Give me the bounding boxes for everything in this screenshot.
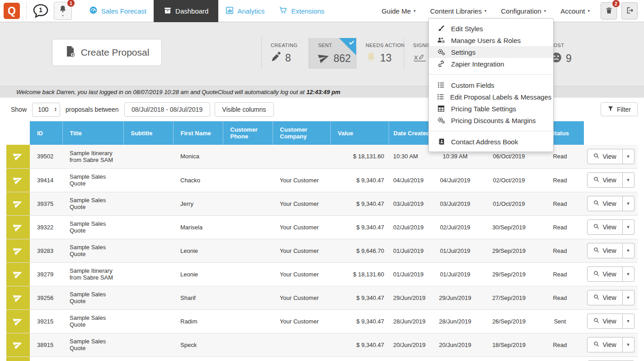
chevron-down-icon: ▾ xyxy=(414,9,416,13)
menu-item-edit-styles[interactable]: Edit Styles xyxy=(429,23,553,34)
table-icon xyxy=(437,105,445,112)
link-icon xyxy=(437,60,445,67)
paper-plane-icon xyxy=(13,250,23,256)
view-dropdown-toggle[interactable]: ▼ xyxy=(623,266,635,282)
view-dropdown-toggle[interactable]: ▼ xyxy=(623,149,635,164)
menu-item-pricing-table-settings[interactable]: Pricing Table Settings xyxy=(429,103,553,114)
nav-dashboard[interactable]: Dashboard xyxy=(154,0,218,22)
archive-icon xyxy=(164,6,172,16)
cell-id: 39279 xyxy=(30,262,62,286)
cell-customer-phone xyxy=(223,168,273,192)
view-button[interactable]: View xyxy=(587,149,622,164)
nav-analytics[interactable]: Analytics xyxy=(218,0,272,22)
menu-divider xyxy=(429,74,553,75)
cell-date-2: 02/Jul/2019 xyxy=(428,215,482,239)
app-logo[interactable]: Q xyxy=(4,3,20,19)
table-row: 39375 Sample Sales Quote Jerry Your Cust… xyxy=(6,192,638,215)
view-dropdown-toggle[interactable]: ▼ xyxy=(623,172,635,188)
cell-status xyxy=(536,356,584,361)
col-subtitle: Subtitle xyxy=(123,121,173,145)
nav-sales-forecast[interactable]: Sales Forecast xyxy=(82,0,154,22)
cell-customer-company: Your Customer xyxy=(273,286,330,309)
cell-customer-phone xyxy=(223,333,273,356)
view-dropdown-toggle[interactable]: ▼ xyxy=(623,243,635,258)
view-dropdown-toggle[interactable]: ▼ xyxy=(623,196,635,211)
cell-date-2: 29/Jun/2019 xyxy=(428,286,482,309)
cell-value: $ 9,340.47 xyxy=(330,286,389,309)
cell-date-created: 03/Jul/2019 xyxy=(389,192,428,215)
deleted-proposals-button[interactable]: 2 xyxy=(601,2,617,19)
menu-item-custom-fields[interactable]: Custom Fields xyxy=(429,79,553,91)
menu-item-contact-address-book[interactable]: Contact Address Book xyxy=(429,136,553,147)
tile-needs-action[interactable]: NEEDS ACTION 13 xyxy=(356,38,404,69)
view-dropdown-toggle[interactable]: ▼ xyxy=(623,314,635,329)
bell-faded-icon xyxy=(366,52,376,64)
cell-date-3: 30/Sep/2019 xyxy=(482,215,536,239)
cell-value xyxy=(330,356,389,361)
cell-first-name: Sharif xyxy=(173,286,223,309)
view-button[interactable]: View xyxy=(587,290,622,305)
view-button[interactable]: View xyxy=(587,266,622,282)
view-dropdown-toggle[interactable]: ▼ xyxy=(623,337,635,352)
trash-icon xyxy=(605,6,613,16)
menu-item-settings[interactable]: Settings xyxy=(429,46,553,58)
sent-plane-cell xyxy=(6,168,30,192)
cell-date-created: 02/Jul/2019 xyxy=(389,215,428,239)
logout-button[interactable] xyxy=(621,2,638,19)
tile-sent[interactable]: SENT 862 xyxy=(309,38,356,69)
cell-customer-phone xyxy=(223,286,273,309)
cell-customer-phone xyxy=(223,239,273,262)
view-button[interactable]: View xyxy=(587,196,622,211)
cell-subtitle xyxy=(123,356,173,361)
date-range-input[interactable]: 08/Jul/2018 - 08/Jul/2019 xyxy=(124,102,210,117)
menu-item-zapier-integration[interactable]: Zapier Integration xyxy=(429,58,553,70)
cell-date-created: 10:30 AM xyxy=(389,145,428,168)
cell-value: $ 9,340.47 xyxy=(330,168,389,192)
cell-actions: View ▼ xyxy=(584,309,638,333)
cell-date-created: 04/Jul/2019 xyxy=(389,168,428,192)
cell-id: 39502 xyxy=(30,145,62,168)
menu-guide-me[interactable]: Guide Me▾ xyxy=(374,0,423,22)
view-dropdown-toggle[interactable]: ▼ xyxy=(623,219,635,235)
cell-subtitle xyxy=(123,192,173,215)
view-dropdown-toggle[interactable]: ▼ xyxy=(623,290,635,305)
menu-item-pricing-discounts-margins[interactable]: Pricing Discounts & Margins xyxy=(429,114,553,126)
view-button[interactable]: View xyxy=(587,337,622,352)
bell-badge: 1 xyxy=(67,0,75,7)
cell-first-name: Marisela xyxy=(173,215,223,239)
menu-item-manage-users-roles[interactable]: Manage Users & Roles xyxy=(429,34,553,46)
chat-messages-icon[interactable]: 1 xyxy=(32,3,49,19)
cell-date-created xyxy=(389,356,428,361)
cell-date-created: 01/Jul/2019 xyxy=(389,239,428,262)
view-button[interactable]: View xyxy=(587,314,622,329)
cell-customer-company xyxy=(273,333,330,356)
cell-title: Sample Itinerary from Sabre SAM xyxy=(62,145,123,168)
cell-date-3: 29/Sep/2019 xyxy=(482,239,536,262)
spinner-arrows-icon: ▲▼ xyxy=(54,107,57,112)
cell-customer-company: Your Customer xyxy=(273,262,330,286)
notifications-bell-button[interactable]: ▾ 1 xyxy=(54,2,72,20)
cell-subtitle xyxy=(123,286,173,309)
funnel-icon xyxy=(607,105,614,113)
show-count-select[interactable]: 100 ▲▼ xyxy=(32,103,60,117)
cell-customer-phone xyxy=(223,145,273,168)
view-button[interactable]: View xyxy=(587,219,622,235)
menu-account[interactable]: Account▾ xyxy=(553,0,597,22)
create-proposal-button[interactable]: Create Proposal xyxy=(52,39,162,66)
view-button[interactable]: View xyxy=(587,243,622,258)
cell-actions: View ▼ xyxy=(584,333,638,356)
menu-item-edit-proposal-labels[interactable]: Edit Proposal Labels & Messages xyxy=(429,91,553,103)
nav-extensions[interactable]: Extensions xyxy=(272,0,331,22)
visible-columns-button[interactable]: Visible columns xyxy=(215,102,274,117)
col-date-created: Date Created xyxy=(389,121,428,145)
cell-actions: View ▼ xyxy=(584,215,638,239)
tile-creating[interactable]: CREATING 8 xyxy=(261,38,309,69)
signature-icon xyxy=(413,52,427,64)
cell-value: $ 9,340.47 xyxy=(330,309,389,333)
table-row: View ▼ xyxy=(6,356,638,361)
cell-value: $ 9,340.47 xyxy=(330,333,389,356)
filter-button[interactable]: Filter xyxy=(601,102,638,116)
cell-status: Sent xyxy=(536,309,584,333)
cell-value: $ 18,131.60 xyxy=(330,262,389,286)
view-button[interactable]: View xyxy=(587,172,622,188)
